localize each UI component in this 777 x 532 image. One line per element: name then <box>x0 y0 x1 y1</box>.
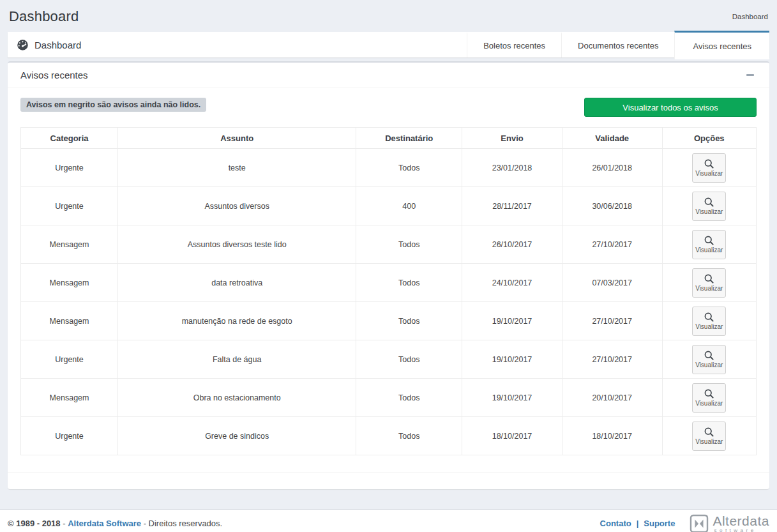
toolbar-row: Avisos em negrito são avisos ainda não l… <box>20 98 757 117</box>
cell-categoria: Urgente <box>21 187 118 225</box>
contato-link[interactable]: Contato <box>600 519 631 528</box>
visualizar-label: Visualizar <box>695 247 723 254</box>
cell-destinatario: Todos <box>356 264 462 302</box>
panel-footer <box>8 472 769 489</box>
company-link[interactable]: Alterdata Software <box>68 519 141 528</box>
cell-opcoes: Visualizar <box>662 264 756 302</box>
visualizar-label: Visualizar <box>695 208 723 215</box>
cell-destinatario: Todos <box>356 225 462 264</box>
cell-validade: 27/10/2017 <box>562 340 662 379</box>
alterdata-logo-glyph-icon <box>689 513 709 532</box>
table-row: Mensagem data retroativa Todos 24/10/201… <box>21 264 757 302</box>
cell-categoria: Mensagem <box>21 225 118 264</box>
cell-opcoes: Visualizar <box>662 379 756 417</box>
search-icon <box>704 235 714 246</box>
search-icon <box>704 312 714 323</box>
cell-validade: 26/01/2018 <box>562 149 662 187</box>
cell-assunto: manutenção na rede de esgoto <box>118 302 356 340</box>
alterdata-logo: Alterdata software <box>689 513 769 532</box>
cell-opcoes: Visualizar <box>662 187 756 225</box>
cell-categoria: Urgente <box>21 340 118 379</box>
visualizar-button[interactable]: Visualizar <box>692 345 726 374</box>
cell-envio: 19/10/2017 <box>462 302 562 340</box>
page-footer: © 1989 - 2018 - Alterdata Software - Dir… <box>0 509 777 532</box>
table-row: Urgente teste Todos 23/01/2018 26/01/201… <box>21 149 757 187</box>
header-destinatario: Destinatário <box>356 128 462 149</box>
tab-bar: Dashboard Boletos recentes Documentos re… <box>8 32 769 57</box>
header-categoria: Categoria <box>21 128 118 149</box>
visualizar-button[interactable]: Visualizar <box>692 422 726 451</box>
cell-categoria: Mensagem <box>21 264 118 302</box>
cell-destinatario: Todos <box>356 340 462 379</box>
cell-categoria: Urgente <box>21 417 118 455</box>
visualizar-button[interactable]: Visualizar <box>692 153 726 183</box>
cell-opcoes: Visualizar <box>662 302 756 340</box>
cell-validade: 20/10/2017 <box>562 379 662 417</box>
panel-header: Avisos recentes <box>8 63 769 87</box>
cell-assunto: data retroativa <box>118 264 356 302</box>
header-assunto: Assunto <box>118 128 356 149</box>
logo-subtext: software <box>713 528 769 532</box>
visualizar-button[interactable]: Visualizar <box>692 383 726 413</box>
cell-categoria: Mensagem <box>21 379 118 417</box>
cell-validade: 18/10/2017 <box>562 417 662 455</box>
cell-envio: 19/10/2017 <box>462 379 562 417</box>
cell-categoria: Mensagem <box>21 302 118 340</box>
table-row: Mensagem Assuntos diversos teste lido To… <box>21 225 757 264</box>
cell-validade: 30/06/2018 <box>562 187 662 225</box>
suporte-link[interactable]: Suporte <box>644 519 675 528</box>
footer-right: Contato | Suporte Alterdata software <box>600 513 769 532</box>
table-header-row: Categoria Assunto Destinatário Envio Val… <box>21 128 757 149</box>
cell-assunto: Falta de água <box>118 340 356 379</box>
search-icon <box>704 388 714 399</box>
visualizar-label: Visualizar <box>695 170 723 177</box>
search-icon <box>704 427 714 437</box>
visualizar-button[interactable]: Visualizar <box>692 307 726 336</box>
logo-text: Alterdata <box>713 514 769 528</box>
tab-boletos-recentes[interactable]: Boletos recentes <box>467 32 561 57</box>
header-opcoes: Opções <box>662 128 756 149</box>
unread-note-badge: Avisos em negrito são avisos ainda não l… <box>20 98 206 112</box>
table-row: Mensagem Obra no estacionamento Todos 19… <box>21 379 757 417</box>
cell-envio: 24/10/2017 <box>462 264 562 302</box>
search-icon <box>704 197 714 208</box>
footer-separator: | <box>635 519 640 528</box>
cell-assunto: teste <box>118 149 356 187</box>
cell-assunto: Obra no estacionamento <box>118 379 356 417</box>
page-header: Dashboard Dashboard <box>8 0 769 32</box>
tab-avisos-recentes[interactable]: Avisos recentes <box>674 31 769 59</box>
header-envio: Envio <box>462 128 562 149</box>
visualizar-label: Visualizar <box>695 361 723 369</box>
cell-destinatario: Todos <box>356 417 462 455</box>
search-icon <box>704 350 714 361</box>
view-all-avisos-button[interactable]: Visualizar todos os avisos <box>584 98 757 117</box>
breadcrumb[interactable]: Dashboard <box>732 13 768 20</box>
cell-assunto: Assuntos diversos teste lido <box>118 225 356 264</box>
avisos-recentes-panel: Avisos recentes Avisos em negrito são av… <box>8 61 769 489</box>
table-body: Urgente teste Todos 23/01/2018 26/01/201… <box>21 149 757 455</box>
tab-documentos-recentes[interactable]: Documentos recentes <box>561 32 674 57</box>
copyright-years: © 1989 - 2018 <box>8 519 61 528</box>
cell-opcoes: Visualizar <box>662 149 756 187</box>
visualizar-label: Visualizar <box>695 323 723 330</box>
cell-opcoes: Visualizar <box>662 225 756 264</box>
cell-destinatario: 400 <box>356 187 462 225</box>
tabbar-title: Dashboard <box>34 40 81 50</box>
cell-envio: 18/10/2017 <box>462 417 562 455</box>
visualizar-label: Visualizar <box>695 400 723 407</box>
avisos-table: Categoria Assunto Destinatário Envio Val… <box>20 127 757 455</box>
collapse-button[interactable] <box>744 70 757 80</box>
gauge-icon <box>17 39 29 51</box>
visualizar-button[interactable]: Visualizar <box>692 268 726 298</box>
visualizar-button[interactable]: Visualizar <box>692 192 726 221</box>
cell-destinatario: Todos <box>356 302 462 340</box>
search-icon <box>704 273 714 284</box>
rights-text: - Direitos reservados. <box>141 519 222 528</box>
search-icon <box>704 158 714 169</box>
cell-envio: 26/10/2017 <box>462 225 562 264</box>
tab-list: Boletos recentes Documentos recentes Avi… <box>467 32 769 57</box>
minus-icon <box>746 74 754 77</box>
visualizar-button[interactable]: Visualizar <box>692 230 726 259</box>
panel-body: Avisos em negrito são avisos ainda não l… <box>8 87 769 472</box>
cell-categoria: Urgente <box>21 149 118 187</box>
